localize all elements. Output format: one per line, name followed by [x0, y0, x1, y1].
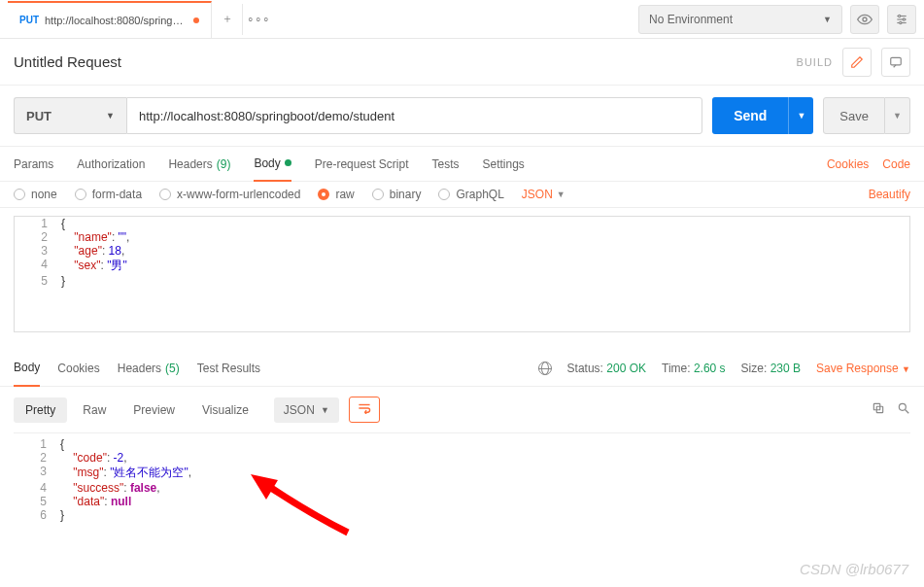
env-selected: No Environment: [649, 13, 733, 26]
resp-tab-test-results[interactable]: Test Results: [197, 350, 260, 387]
radio-icon: [159, 189, 171, 200]
request-title[interactable]: Untitled Request: [14, 53, 121, 70]
tab-title: http://localhost:8080/springboo…: [45, 15, 188, 26]
top-bar: PUT http://localhost:8080/springboo… ＋ ∘…: [0, 0, 924, 39]
caret-down-icon: ▼: [797, 111, 805, 121]
tab-headers[interactable]: Headers (9): [168, 147, 230, 182]
save-button[interactable]: Save: [823, 97, 885, 134]
comment-button[interactable]: [881, 48, 910, 77]
response-format-select[interactable]: JSON ▼: [274, 397, 339, 423]
search-icon: [897, 401, 910, 415]
size-block: Size: 230 B: [741, 362, 801, 375]
caret-down-icon: ▼: [321, 405, 329, 415]
environment-select[interactable]: No Environment ▼: [638, 5, 842, 34]
svg-rect-7: [891, 57, 902, 65]
request-tab[interactable]: PUT http://localhost:8080/springboo…: [8, 1, 212, 38]
body-indicator-icon: [285, 159, 291, 166]
svg-line-12: [906, 410, 909, 414]
tab-tests[interactable]: Tests: [431, 147, 459, 182]
send-dropdown[interactable]: ▼: [788, 97, 813, 134]
beautify-link[interactable]: Beautify: [869, 188, 910, 201]
resp-tab-body[interactable]: Body: [14, 350, 40, 387]
svg-point-0: [863, 17, 867, 21]
status-block: Status: 200 OK: [567, 362, 646, 375]
copy-button[interactable]: [872, 401, 885, 418]
title-actions: BUILD: [797, 48, 910, 77]
sliders-icon: [895, 13, 908, 26]
url-row: PUT ▼ Send ▼ Save ▼: [0, 86, 924, 147]
environment-preview-button[interactable]: [850, 5, 879, 34]
unsaved-dot-icon: [193, 17, 199, 23]
copy-icon: [872, 401, 885, 415]
response-body-editor[interactable]: 1{ 2 "code": -2, 3 "msg": "姓名不能为空", 4 "s…: [14, 432, 910, 522]
method-select[interactable]: PUT ▼: [14, 97, 126, 134]
tab-params[interactable]: Params: [14, 147, 53, 182]
tab-headers-label: Headers: [168, 157, 212, 171]
radio-form-data[interactable]: form-data: [75, 188, 142, 201]
save-dropdown[interactable]: ▼: [885, 97, 910, 134]
build-label: BUILD: [797, 56, 833, 68]
response-toolbar: Pretty Raw Preview Visualize JSON ▼: [0, 387, 924, 432]
caret-down-icon: ▼: [823, 15, 832, 24]
tab-authorization[interactable]: Authorization: [77, 147, 145, 182]
search-button[interactable]: [897, 401, 910, 418]
caret-down-icon: ▼: [557, 190, 565, 199]
new-tab-button[interactable]: ＋: [212, 4, 243, 35]
wrap-lines-button[interactable]: [349, 397, 380, 423]
comment-icon: [889, 55, 903, 69]
method-value: PUT: [26, 109, 51, 123]
content-type-select[interactable]: JSON ▼: [522, 188, 565, 201]
view-visualize[interactable]: Visualize: [190, 397, 260, 423]
radio-icon: [318, 189, 329, 200]
send-button[interactable]: Send: [712, 97, 788, 134]
caret-down-icon: ▼: [106, 111, 115, 121]
view-preview[interactable]: Preview: [121, 397, 187, 423]
radio-graphql[interactable]: GraphQL: [438, 188, 503, 201]
svg-point-5: [903, 17, 905, 19]
tab-method: PUT: [19, 15, 39, 25]
view-raw[interactable]: Raw: [71, 397, 118, 423]
tab-settings[interactable]: Settings: [483, 147, 525, 182]
eye-icon: [857, 12, 873, 27]
svg-point-4: [899, 15, 901, 17]
radio-icon: [14, 189, 25, 200]
pencil-icon: [850, 55, 864, 69]
radio-none[interactable]: none: [14, 188, 57, 201]
resp-tab-headers[interactable]: Headers (5): [118, 350, 180, 387]
response-bar: Body Cookies Headers (5) Test Results St…: [0, 350, 924, 387]
environment-settings-button[interactable]: [887, 5, 916, 34]
tab-prerequest[interactable]: Pre-request Script: [315, 147, 409, 182]
caret-down-icon: ▼: [902, 364, 910, 374]
body-type-row: none form-data x-www-form-urlencoded raw…: [0, 182, 924, 208]
watermark: CSDN @lrb0677: [800, 561, 908, 577]
code-link[interactable]: Code: [882, 157, 910, 171]
headers-count: (9): [217, 157, 231, 171]
radio-icon: [438, 189, 450, 200]
globe-icon: [538, 362, 552, 375]
request-tabs: Params Authorization Headers (9) Body Pr…: [0, 147, 924, 182]
svg-point-11: [899, 403, 906, 410]
edit-button[interactable]: [842, 48, 872, 77]
tab-more-button[interactable]: ∘∘∘: [243, 13, 274, 26]
request-tabs-right: Cookies Code: [827, 157, 910, 171]
environment-section: No Environment ▼: [638, 5, 916, 34]
url-input[interactable]: [126, 97, 702, 134]
radio-icon: [372, 189, 384, 200]
tab-body-label: Body: [254, 156, 280, 170]
tab-body[interactable]: Body: [254, 147, 291, 182]
time-block: Time: 2.60 s: [662, 362, 726, 375]
save-response-button[interactable]: Save Response ▼: [816, 362, 910, 375]
title-row: Untitled Request BUILD: [0, 39, 924, 86]
radio-binary[interactable]: binary: [372, 188, 422, 201]
response-meta: Status: 200 OK Time: 2.60 s Size: 230 B …: [538, 362, 910, 375]
cookies-link[interactable]: Cookies: [827, 157, 869, 171]
resp-headers-count: (5): [165, 362, 180, 375]
caret-down-icon: ▼: [893, 111, 902, 121]
view-pretty[interactable]: Pretty: [14, 397, 67, 423]
response-icons: [872, 401, 910, 418]
resp-tab-cookies[interactable]: Cookies: [57, 350, 99, 387]
request-body-editor[interactable]: 1{ 2 "name": "", 3 "age": 18, 4 "sex": "…: [14, 216, 910, 332]
wrap-icon: [358, 402, 371, 414]
radio-raw[interactable]: raw: [318, 188, 354, 201]
radio-xwww[interactable]: x-www-form-urlencoded: [159, 188, 300, 201]
